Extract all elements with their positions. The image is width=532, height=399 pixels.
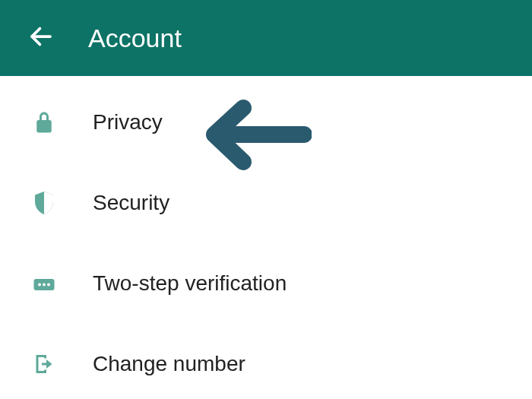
app-header: Account xyxy=(0,0,532,76)
list-item-security[interactable]: Security xyxy=(0,163,532,243)
back-arrow-icon xyxy=(27,23,55,53)
svg-point-3 xyxy=(43,283,46,287)
list-item-change-number[interactable]: Change number xyxy=(0,324,532,399)
list-item-label: Change number xyxy=(93,352,245,376)
list-item-label: Privacy xyxy=(93,110,163,135)
exit-icon xyxy=(30,350,58,378)
svg-point-4 xyxy=(47,283,50,287)
svg-point-2 xyxy=(38,283,41,287)
dots-icon xyxy=(30,270,58,297)
list-item-privacy[interactable]: Privacy xyxy=(0,82,532,163)
list-item-label: Two-step verification xyxy=(93,271,287,296)
lock-icon xyxy=(30,109,58,136)
shield-icon xyxy=(30,189,58,217)
list-item-two-step[interactable]: Two-step verification xyxy=(0,243,532,324)
list-item-label: Security xyxy=(93,191,169,215)
settings-list: Privacy Security Two-step verification xyxy=(0,76,532,399)
back-button[interactable] xyxy=(23,20,59,56)
page-title: Account xyxy=(88,24,182,53)
